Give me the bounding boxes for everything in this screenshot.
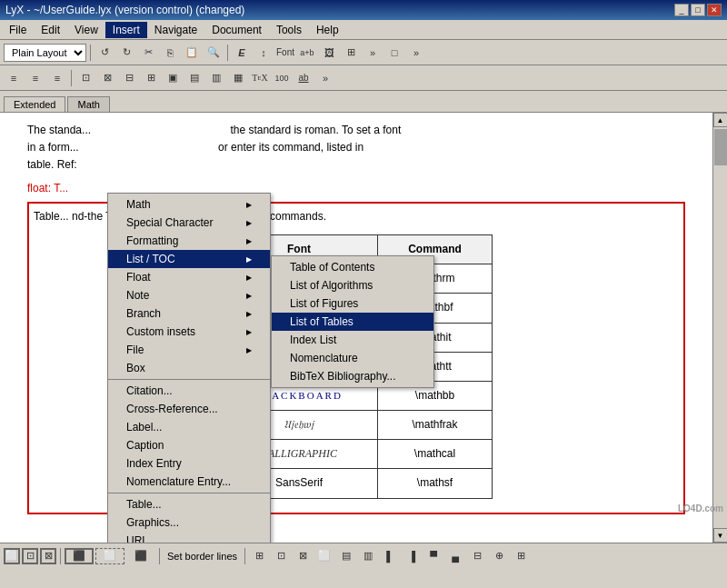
menu-insert[interactable]: Insert (105, 22, 147, 38)
submenu-bibtex[interactable]: BibTeX Bibliography... (272, 367, 433, 385)
extra-button[interactable]: □ (384, 43, 404, 63)
more-button[interactable]: » (363, 43, 383, 63)
title-bar-controls: _ □ ✕ (674, 4, 722, 16)
bsep2 (159, 548, 160, 564)
scroll-down-arrow[interactable]: ▼ (713, 528, 728, 543)
paste-button[interactable]: 📋 (182, 43, 202, 63)
cmd-mathcal: \mathcal (377, 440, 492, 469)
submenu-index[interactable]: Index List (272, 331, 433, 349)
border-t[interactable]: ▀ (423, 546, 443, 566)
yoo-button[interactable]: 100 (272, 68, 292, 88)
scrollbar[interactable]: ▲ ▼ (712, 113, 727, 543)
menu-cross-reference[interactable]: Cross-Reference... (108, 400, 270, 418)
submenu-toc[interactable]: Table of Contents (272, 258, 433, 276)
bt4[interactable]: ⬛ (65, 548, 94, 564)
italic-button[interactable]: E (232, 43, 252, 63)
t6[interactable]: ▤ (184, 68, 204, 88)
menu-nomenclature-entry[interactable]: Nomenclature Entry... (108, 473, 270, 491)
menu-box[interactable]: Box (108, 359, 270, 377)
menu-index-entry[interactable]: Index Entry (108, 454, 270, 473)
bt2[interactable]: ⊡ (22, 548, 38, 564)
menu-view[interactable]: View (67, 22, 105, 38)
menu-help[interactable]: Help (309, 22, 346, 38)
menu-label[interactable]: Label... (108, 418, 270, 436)
layout-dropdown[interactable]: Plain Layout (4, 44, 86, 62)
menu-graphics[interactable]: Graphics... (108, 513, 270, 532)
updown-button[interactable]: ↕ (254, 43, 274, 63)
t3[interactable]: ⊟ (119, 68, 139, 88)
t5[interactable]: ▣ (163, 68, 183, 88)
align-center-button[interactable]: ≡ (25, 68, 45, 88)
submenu-nomenclature[interactable]: Nomenclature (272, 349, 433, 367)
menu-url[interactable]: URL (108, 532, 270, 543)
border-v[interactable]: ▥ (358, 546, 378, 566)
menu-tools[interactable]: Tools (269, 22, 309, 38)
scroll-thumb[interactable] (714, 129, 727, 165)
undo-button[interactable]: ↺ (95, 43, 115, 63)
menu-list-toc[interactable]: List / TOC▶ (108, 250, 270, 268)
border-none[interactable]: ⬜ (314, 546, 334, 566)
submenu-algorithms[interactable]: List of Algorithms (272, 276, 433, 294)
t8[interactable]: ▦ (228, 68, 248, 88)
separator (108, 379, 270, 380)
menu-edit[interactable]: Edit (34, 22, 67, 38)
menu-table[interactable]: Table... (108, 495, 270, 513)
menu-file[interactable]: File (2, 22, 34, 38)
formula-button[interactable]: a+b (297, 43, 317, 63)
menu-document[interactable]: Document (204, 22, 269, 38)
border-r[interactable]: ▐ (402, 546, 422, 566)
maximize-button[interactable]: □ (691, 4, 705, 16)
menu-file[interactable]: File▶ (108, 341, 270, 359)
scroll-up-arrow[interactable]: ▲ (713, 113, 728, 127)
table-button[interactable]: ⊞ (341, 43, 361, 63)
menu-formatting[interactable]: Formatting▶ (108, 232, 270, 250)
tab-extended[interactable]: Extended (4, 96, 65, 112)
border-all[interactable]: ⊞ (249, 546, 269, 566)
menu-bar: File Edit View Insert Navigate Document … (0, 20, 727, 40)
menu-branch[interactable]: Branch▶ (108, 304, 270, 323)
cell-props[interactable]: ⊕ (489, 546, 509, 566)
bt6[interactable]: ⬛ (126, 548, 155, 564)
border-l[interactable]: ▌ (380, 546, 400, 566)
menu-math[interactable]: Math▶ (108, 195, 270, 214)
submenu-figures[interactable]: List of Figures (272, 294, 433, 313)
border-mid[interactable]: ⊟ (467, 546, 487, 566)
table-props[interactable]: ⊞ (511, 546, 531, 566)
menu-special-character[interactable]: Special Character▶ (108, 214, 270, 232)
find-button[interactable]: 🔍 (204, 43, 224, 63)
menu-float[interactable]: Float▶ (108, 268, 270, 286)
cut-button[interactable]: ✂ (138, 43, 158, 63)
menu-citation[interactable]: Citation... (108, 382, 270, 400)
t2[interactable]: ⊠ (97, 68, 117, 88)
more3-button[interactable]: » (315, 68, 335, 88)
menu-navigate[interactable]: Navigate (147, 22, 204, 38)
border-h[interactable]: ▤ (336, 546, 356, 566)
content-paragraph1: The standa... the standard is roman. To … (27, 122, 685, 174)
ab-button[interactable]: ab (294, 68, 314, 88)
align-right-button[interactable]: ≡ (47, 68, 67, 88)
bt3[interactable]: ⊠ (40, 548, 56, 564)
copy-button[interactable]: ⎘ (160, 43, 180, 63)
more2-button[interactable]: » (406, 43, 426, 63)
minimize-button[interactable]: _ (674, 4, 689, 16)
redo-button[interactable]: ↻ (116, 43, 136, 63)
submenu-tables[interactable]: List of Tables (272, 313, 433, 331)
menu-note[interactable]: Note▶ (108, 286, 270, 304)
border-b[interactable]: ▄ (445, 546, 465, 566)
font-button[interactable]: Font (275, 43, 295, 63)
align-left-button[interactable]: ≡ (4, 68, 24, 88)
menu-caption[interactable]: Caption (108, 436, 270, 454)
tex-button[interactable]: TEX (250, 68, 270, 88)
tab-math[interactable]: Math (67, 96, 109, 112)
menu-custom-insets[interactable]: Custom insets▶ (108, 323, 270, 341)
close-button[interactable]: ✕ (707, 4, 722, 16)
bt1[interactable]: ⬜ (4, 548, 20, 564)
border-inner[interactable]: ⊠ (293, 546, 313, 566)
border-label: Set border lines (167, 551, 237, 562)
image-button[interactable]: 🖼 (319, 43, 339, 63)
bt5[interactable]: ⬜ (95, 548, 124, 564)
t1[interactable]: ⊡ (75, 68, 95, 88)
t7[interactable]: ▥ (206, 68, 226, 88)
t4[interactable]: ⊞ (141, 68, 161, 88)
border-outer[interactable]: ⊡ (271, 546, 291, 566)
